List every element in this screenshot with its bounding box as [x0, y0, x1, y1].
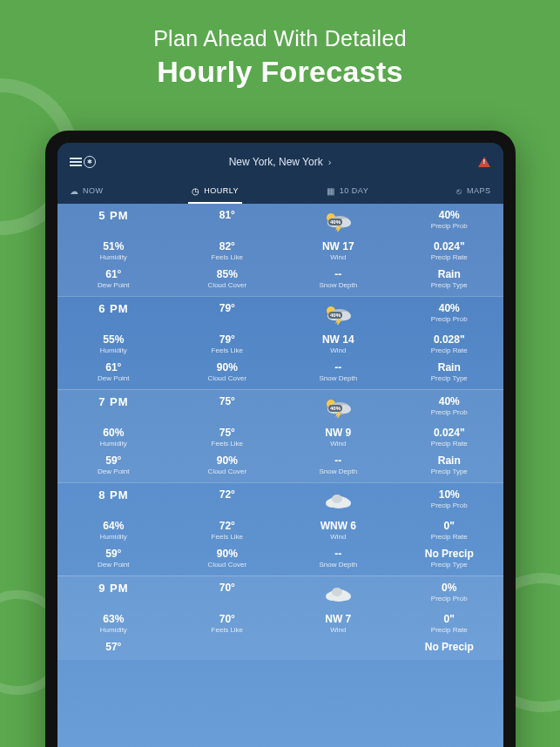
hourly-forecast-list[interactable]: 5 PM 81° 40% Precip Prob 51% Humidity 82…	[57, 204, 503, 747]
dewpoint-label: Dew Point	[59, 561, 169, 569]
condition-cell	[285, 390, 392, 421]
wind-value: NW 14	[287, 333, 390, 346]
calendar-icon: ▦	[327, 186, 335, 196]
hour-row-1: 9 PM 70° 0% Precip Prob	[57, 576, 503, 608]
condition-cell	[285, 204, 392, 235]
precipprob-value: 10%	[397, 488, 501, 501]
preciptype-value: No Precip	[397, 641, 501, 653]
humidity-value: 60%	[59, 427, 169, 439]
chevron-right-icon: ›	[328, 157, 332, 167]
hour-time: 7 PM	[59, 395, 169, 408]
hour-row-2: 63% Humidity 70° Feels Like NW 7 Wind 0"…	[57, 608, 503, 636]
precipprob-label: Precip Prob	[397, 501, 501, 509]
cloudcover-value: 90%	[175, 548, 279, 560]
snowdepth-value: --	[287, 454, 390, 467]
condition-icon	[287, 302, 390, 326]
menu-icon[interactable]: ✱	[70, 156, 96, 168]
preciptype-cell: No Precip	[395, 636, 503, 655]
hour-time: 6 PM	[59, 302, 169, 315]
condition-cell	[285, 483, 392, 515]
preciprate-value: 0"	[397, 613, 501, 625]
dewpoint-cell: 57°	[57, 636, 171, 655]
humidity-value: 63%	[59, 613, 169, 625]
condition-icon	[287, 488, 390, 513]
time-cell: 6 PM	[57, 297, 171, 328]
temp-cell: 72°	[173, 483, 280, 515]
temp-cell: 81°	[173, 204, 280, 235]
clock-icon: ◷	[192, 186, 200, 196]
cloud-icon: ☁	[70, 186, 79, 196]
dewpoint-cell: 61° Dew Point	[57, 263, 171, 291]
hour-row-3: 61° Dew Point 90% Cloud Cover -- Snow De…	[57, 356, 503, 384]
snowdepth-label: Snow Depth	[287, 561, 390, 569]
hour-row-3: 57° No Precip	[57, 636, 503, 655]
tab-now[interactable]: ☁ NOW	[66, 181, 107, 204]
cloudcover-value: 85%	[175, 268, 279, 280]
tab-label: MAPS	[467, 186, 491, 195]
preciptype-value: Rain	[397, 361, 501, 374]
hour-time: 8 PM	[59, 488, 169, 501]
feelslike-label: Feels Like	[175, 533, 279, 541]
cloudcover-label: Cloud Cover	[175, 281, 279, 289]
feelslike-cell: 79° Feels Like	[173, 328, 280, 356]
preciprate-label: Precip Rate	[397, 347, 501, 354]
dewpoint-value: 59°	[59, 454, 169, 467]
dewpoint-cell: 61° Dew Point	[57, 356, 171, 384]
hour-block[interactable]: 5 PM 81° 40% Precip Prob 51% Humidity 82…	[57, 204, 503, 296]
preciptype-value: No Precip	[397, 548, 501, 560]
precipprob-cell: 0% Precip Prob	[395, 576, 503, 608]
cloudcover-cell: 90% Cloud Cover	[173, 356, 280, 384]
wind-cell: NW 14 Wind	[285, 328, 392, 356]
cloudcover-label: Cloud Cover	[175, 468, 279, 475]
condition-cell	[285, 297, 392, 328]
wind-label: Wind	[287, 347, 390, 354]
wind-label: Wind	[287, 626, 390, 634]
feelslike-cell: 75° Feels Like	[173, 421, 280, 449]
promo-line-1: Plan Ahead With Detailed	[0, 26, 560, 51]
precipprob-cell: 10% Precip Prob	[395, 483, 503, 515]
feelslike-value: 75°	[175, 427, 279, 439]
precipprob-value: 40%	[397, 395, 501, 407]
preciptype-cell: Rain Precip Type	[395, 263, 503, 291]
tab-hourly[interactable]: ◷ HOURLY	[188, 181, 242, 204]
hour-block[interactable]: 6 PM 79° 40% Precip Prob 55% Humidity 79…	[57, 296, 503, 389]
preciptype-label: Precip Type	[397, 374, 501, 382]
tab-10day[interactable]: ▦ 10 DAY	[323, 181, 372, 204]
alert-icon[interactable]	[478, 157, 490, 167]
hour-row-3: 61° Dew Point 85% Cloud Cover -- Snow De…	[57, 263, 503, 291]
condition-cell	[285, 576, 392, 608]
wind-cell: WNW 6 Wind	[285, 515, 392, 542]
humidity-cell: 64% Humidity	[57, 515, 171, 542]
tab-maps[interactable]: ⎋ MAPS	[453, 181, 494, 204]
preciptype-cell: No Precip Precip Type	[395, 542, 503, 570]
wind-value: NW 7	[287, 613, 390, 625]
hour-block[interactable]: 7 PM 75° 40% Precip Prob 60% Humidity 75…	[57, 389, 503, 482]
dewpoint-value: 61°	[59, 361, 169, 374]
snowdepth-cell: -- Snow Depth	[285, 542, 392, 570]
preciprate-value: 0.024"	[397, 240, 501, 252]
hour-block[interactable]: 8 PM 72° 10% Precip Prob 64% Humidity 72…	[57, 482, 503, 575]
hour-row-1: 6 PM 79° 40% Precip Prob	[57, 297, 503, 328]
preciprate-value: 0.024"	[397, 427, 501, 439]
hour-block[interactable]: 9 PM 70° 0% Precip Prob 63% Humidity 70°	[57, 575, 503, 660]
time-cell: 8 PM	[57, 483, 171, 515]
dewpoint-cell: 59° Dew Point	[57, 542, 171, 570]
condition-icon	[287, 395, 390, 420]
precipprob-label: Precip Prob	[397, 315, 501, 323]
wind-value: WNW 6	[287, 520, 390, 532]
cloudcover-label: Cloud Cover	[175, 374, 279, 382]
hour-row-1: 5 PM 81° 40% Precip Prob	[57, 204, 503, 235]
cloudcover-label: Cloud Cover	[175, 561, 279, 569]
location-selector[interactable]: New York, New York ›	[229, 156, 332, 168]
snowdepth-label: Snow Depth	[287, 468, 390, 475]
preciprate-cell: 0.028" Precip Rate	[395, 328, 503, 356]
preciptype-value: Rain	[397, 268, 501, 280]
humidity-cell: 51% Humidity	[57, 235, 171, 263]
hour-row-1: 7 PM 75° 40% Precip Prob	[57, 390, 503, 421]
share-icon: ⎋	[456, 186, 462, 196]
hour-row-2: 55% Humidity 79° Feels Like NW 14 Wind 0…	[57, 328, 503, 356]
preciptype-value: Rain	[397, 454, 501, 467]
precipprob-cell: 40% Precip Prob	[395, 390, 503, 421]
precipprob-label: Precip Prob	[397, 595, 501, 602]
temp-value: 79°	[175, 302, 279, 314]
